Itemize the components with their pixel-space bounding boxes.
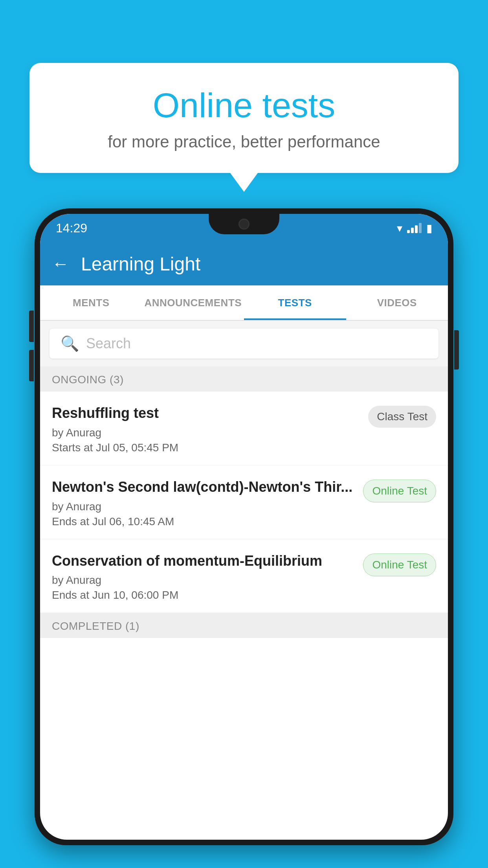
search-icon: 🔍: [61, 335, 79, 352]
front-camera: [238, 219, 250, 230]
tab-ments[interactable]: MENTS: [40, 285, 142, 320]
ongoing-section-header: ONGOING (3): [40, 366, 448, 392]
tab-tests[interactable]: TESTS: [244, 285, 346, 320]
test-name-2: Newton's Second law(contd)-Newton's Thir…: [52, 478, 355, 497]
signal-bar-1: [407, 230, 410, 233]
wifi-icon: ▾: [397, 222, 402, 235]
status-icons: ▾ ▮: [397, 222, 432, 235]
tab-announcements[interactable]: ANNOUNCEMENTS: [142, 285, 244, 320]
test-badge-3: Online Test: [363, 554, 436, 576]
speech-bubble: Online tests for more practice, better p…: [29, 63, 459, 173]
test-name-3: Conservation of momentum-Equilibrium: [52, 552, 355, 570]
signal-bars-icon: [407, 223, 422, 233]
test-info-1: Reshuffling test by Anurag Starts at Jul…: [52, 404, 360, 454]
test-info-2: Newton's Second law(contd)-Newton's Thir…: [52, 478, 355, 528]
signal-bar-4: [419, 223, 422, 233]
test-time-3: Ends at Jun 10, 06:00 PM: [52, 589, 355, 601]
app-title: Learning Light: [81, 253, 200, 275]
test-name-1: Reshuffling test: [52, 404, 360, 423]
bubble-subtitle: for more practice, better performance: [49, 132, 439, 151]
app-bar: ← Learning Light: [40, 242, 448, 285]
ongoing-section-title: ONGOING (3): [52, 373, 124, 386]
signal-bar-3: [415, 225, 418, 233]
speech-bubble-container: Online tests for more practice, better p…: [29, 63, 459, 173]
test-author-3: by Anurag: [52, 574, 355, 587]
volume-down-button: [29, 350, 34, 381]
status-time: 14:29: [56, 221, 87, 235]
tests-list: Reshuffling test by Anurag Starts at Jul…: [40, 392, 448, 613]
test-badge-2: Online Test: [363, 480, 436, 502]
bubble-title: Online tests: [49, 86, 439, 125]
test-item-3[interactable]: Conservation of momentum-Equilibrium by …: [40, 539, 448, 613]
completed-section-header: COMPLETED (1): [40, 613, 448, 638]
tab-videos[interactable]: VIDEOS: [346, 285, 448, 320]
search-placeholder: Search: [86, 335, 131, 352]
test-time-1: Starts at Jul 05, 05:45 PM: [52, 441, 360, 454]
test-item-1[interactable]: Reshuffling test by Anurag Starts at Jul…: [40, 392, 448, 465]
test-item-2[interactable]: Newton's Second law(contd)-Newton's Thir…: [40, 465, 448, 539]
power-button: [454, 330, 459, 370]
search-bar[interactable]: 🔍 Search: [50, 329, 438, 359]
test-author-2: by Anurag: [52, 500, 355, 513]
search-container: 🔍 Search: [40, 321, 448, 366]
phone-container: 14:29 ▾ ▮ ← Learning Light: [35, 208, 453, 868]
phone-notch: [209, 214, 279, 234]
phone-screen: 14:29 ▾ ▮ ← Learning Light: [40, 214, 448, 840]
phone-outer: 14:29 ▾ ▮ ← Learning Light: [35, 208, 453, 845]
tabs-bar: MENTS ANNOUNCEMENTS TESTS VIDEOS: [40, 285, 448, 321]
test-time-2: Ends at Jul 06, 10:45 AM: [52, 515, 355, 528]
test-author-1: by Anurag: [52, 427, 360, 439]
back-button[interactable]: ←: [52, 254, 69, 274]
test-info-3: Conservation of momentum-Equilibrium by …: [52, 552, 355, 602]
completed-section-title: COMPLETED (1): [52, 620, 139, 632]
signal-bar-2: [411, 228, 414, 233]
test-badge-1: Class Test: [368, 406, 436, 428]
volume-up-button: [29, 311, 34, 342]
battery-icon: ▮: [426, 222, 432, 235]
